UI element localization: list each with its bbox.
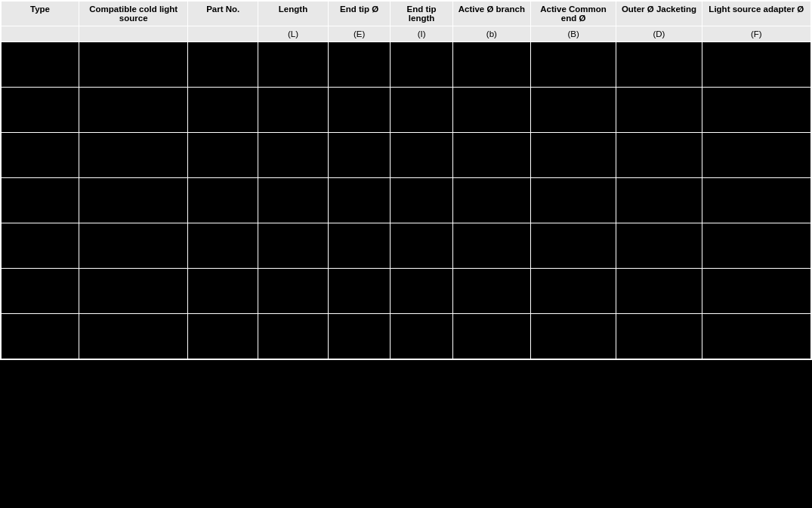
table-row <box>2 314 811 359</box>
table-cell <box>328 269 390 314</box>
col-header-partno: Part No. <box>188 2 258 26</box>
col-unit-partno <box>188 26 258 42</box>
col-unit-compat <box>79 26 188 42</box>
table-cell <box>79 133 188 178</box>
table-cell <box>188 269 258 314</box>
main-table-container: Type Compatible cold light source Part N… <box>0 0 812 360</box>
table-cell <box>616 88 702 133</box>
table-cell <box>188 314 258 359</box>
col-header-compat: Compatible cold light source <box>79 2 188 26</box>
col-header-common: Active Common end Ø <box>530 2 616 26</box>
table-cell <box>616 314 702 359</box>
table-row <box>2 42 811 88</box>
table-cell <box>2 269 79 314</box>
table-cell <box>328 88 390 133</box>
col-unit-length: (L) <box>258 26 329 42</box>
table-cell <box>328 223 390 269</box>
table-row <box>2 88 811 133</box>
col-header-branch: Active Ø branch <box>452 2 530 26</box>
table-cell <box>530 223 616 269</box>
table-cell <box>452 42 530 88</box>
table-cell <box>79 88 188 133</box>
col-header-outer: Outer Ø Jacketing <box>616 2 702 26</box>
table-cell <box>530 269 616 314</box>
col-unit-endtiplen: (I) <box>391 26 452 42</box>
table-cell <box>258 314 329 359</box>
table-cell <box>188 133 258 178</box>
table-cell <box>188 178 258 223</box>
table-cell <box>391 178 452 223</box>
table-cell <box>2 223 79 269</box>
table-cell <box>2 314 79 359</box>
table-cell <box>702 314 810 359</box>
col-unit-endtip: (E) <box>328 26 390 42</box>
table-cell <box>391 314 452 359</box>
table-cell <box>258 88 329 133</box>
table-cell <box>452 88 530 133</box>
table-cell <box>530 42 616 88</box>
table-cell <box>616 223 702 269</box>
table-cell <box>79 178 188 223</box>
table-body <box>2 42 811 359</box>
table-row <box>2 133 811 178</box>
table-cell <box>258 178 329 223</box>
table-cell <box>79 314 188 359</box>
table-cell <box>702 42 810 88</box>
table-cell <box>452 133 530 178</box>
table-cell <box>616 178 702 223</box>
table-cell <box>2 42 79 88</box>
table-cell <box>328 133 390 178</box>
table-cell <box>452 223 530 269</box>
col-header-endtip: End tip Ø <box>328 2 390 26</box>
table-cell <box>616 42 702 88</box>
table-cell <box>616 269 702 314</box>
table-cell <box>328 314 390 359</box>
table-cell <box>391 133 452 178</box>
table-cell <box>258 42 329 88</box>
table-cell <box>702 88 810 133</box>
table-cell <box>79 269 188 314</box>
table-cell <box>2 178 79 223</box>
col-unit-outer: (D) <box>616 26 702 42</box>
table-cell <box>79 42 188 88</box>
table-cell <box>188 42 258 88</box>
table-cell <box>616 133 702 178</box>
table-cell <box>2 133 79 178</box>
table-cell <box>328 178 390 223</box>
col-header-lightsrc: Light source adapter Ø <box>702 2 810 26</box>
table-cell <box>452 178 530 223</box>
col-unit-branch: (b) <box>452 26 530 42</box>
table-cell <box>452 314 530 359</box>
col-header-length: Length <box>258 2 329 26</box>
col-header-endtiplen: End tip length <box>391 2 452 26</box>
table-row <box>2 269 811 314</box>
table-cell <box>452 269 530 314</box>
data-table: Type Compatible cold light source Part N… <box>1 1 811 359</box>
table-cell <box>530 178 616 223</box>
col-unit-type <box>2 26 79 42</box>
table-cell <box>2 88 79 133</box>
header-row-units: (L) (E) (I) (b) (B) (D) (F) <box>2 26 811 42</box>
col-unit-lightsrc: (F) <box>702 26 810 42</box>
table-row <box>2 178 811 223</box>
table-cell <box>79 223 188 269</box>
table-cell <box>530 88 616 133</box>
table-cell <box>391 88 452 133</box>
table-row <box>2 223 811 269</box>
table-cell <box>702 269 810 314</box>
table-cell <box>188 223 258 269</box>
table-cell <box>258 223 329 269</box>
table-cell <box>258 133 329 178</box>
table-cell <box>530 133 616 178</box>
table-cell <box>391 42 452 88</box>
table-cell <box>391 269 452 314</box>
table-cell <box>702 133 810 178</box>
header-row-labels: Type Compatible cold light source Part N… <box>2 2 811 26</box>
table-cell <box>328 42 390 88</box>
table-cell <box>391 223 452 269</box>
table-cell <box>530 314 616 359</box>
table-cell <box>702 223 810 269</box>
col-header-type: Type <box>2 2 79 26</box>
table-cell <box>702 178 810 223</box>
col-unit-common: (B) <box>530 26 616 42</box>
